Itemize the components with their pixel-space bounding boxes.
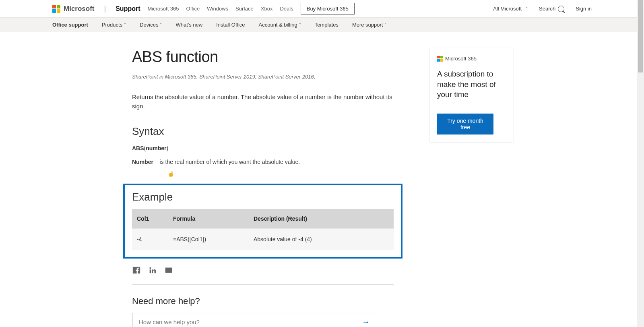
try-one-month-free-button[interactable]: Try one month free [437, 114, 493, 135]
buy-microsoft-365-button[interactable]: Buy Microsoft 365 [301, 3, 355, 14]
nav-surface[interactable]: Surface [235, 6, 254, 12]
th-description: Description (Result) [249, 209, 394, 229]
microsoft-logo[interactable]: Microsoft [52, 5, 95, 13]
all-microsoft-menu[interactable]: All Microsoft ˅ [493, 6, 528, 12]
example-table: Col1 Formula Description (Result) -4 =AB… [132, 209, 394, 250]
help-search-input[interactable] [132, 319, 357, 325]
page-title: ABS function [132, 48, 394, 66]
td-description: Absolute value of -4 (4) [249, 229, 394, 250]
arg-label: Number [132, 159, 153, 165]
syntax-fn-name: ABS [132, 145, 144, 151]
help-search-submit[interactable]: → [357, 317, 375, 327]
applies-to: SharePoint in Microsoft 365, SharePoint … [132, 74, 394, 80]
nav-windows[interactable]: Windows [207, 6, 228, 12]
promo-brand-label: Microsoft 365 [445, 56, 477, 62]
th-col1: Col1 [132, 209, 168, 229]
page-body: ABS function SharePoint in Microsoft 365… [0, 32, 644, 327]
promo-brand: Microsoft 365 [437, 56, 506, 62]
nav-more-support[interactable]: More support˅ [352, 22, 387, 28]
help-search-box: → [132, 313, 375, 327]
nav-devices[interactable]: Devices˅ [140, 22, 162, 28]
support-link[interactable]: Support [116, 5, 140, 12]
syntax-arg-name: number [146, 145, 166, 151]
td-col1: -4 [132, 229, 168, 250]
header-left: Microsoft | Support Microsoft 365 Office… [52, 3, 355, 14]
article: ABS function SharePoint in Microsoft 365… [132, 48, 394, 327]
nav-account-billing[interactable]: Account & billing˅ [259, 22, 301, 28]
nav-m365[interactable]: Microsoft 365 [148, 6, 179, 12]
nav-products[interactable]: Products˅ [102, 22, 126, 28]
nav-whats-new[interactable]: What's new [175, 22, 202, 28]
example-highlight-box: Example Col1 Formula Description (Result… [123, 184, 402, 259]
chevron-down-icon: ˅ [160, 23, 162, 27]
syntax-signature: ABS(number) [132, 145, 394, 151]
email-icon[interactable] [164, 266, 173, 275]
microsoft-logo-text: Microsoft [64, 5, 95, 13]
secondary-nav: Office support Products˅ Devices˅ What's… [0, 18, 644, 32]
need-more-help-heading: Need more help? [132, 296, 394, 306]
microsoft-logo-icon [52, 5, 60, 13]
signin-link[interactable]: Sign in [576, 6, 592, 12]
table-row: -4 =ABS([Col1]) Absolute value of -4 (4) [132, 229, 394, 250]
chevron-down-icon: ˅ [299, 23, 301, 27]
page-scrollbar[interactable] [637, 0, 644, 327]
search-icon [558, 6, 564, 12]
intro-paragraph: Returns the absolute value of a number. … [132, 93, 394, 111]
promo-tagline: A subscription to make the most of your … [437, 69, 506, 114]
share-row [132, 264, 394, 284]
facebook-icon[interactable] [132, 266, 141, 275]
cursor-icon: ☝ [167, 171, 173, 178]
nav-templates[interactable]: Templates [315, 22, 339, 28]
separator [132, 284, 394, 285]
syntax-heading: Syntax [132, 125, 394, 138]
all-microsoft-label: All Microsoft [493, 6, 522, 12]
nav-office[interactable]: Office [186, 6, 200, 12]
example-heading: Example [132, 191, 394, 203]
global-header: Microsoft | Support Microsoft 365 Office… [0, 0, 644, 18]
search-label: Search [539, 6, 555, 12]
microsoft-365-promo-card: Microsoft 365 A subscription to make the… [430, 48, 513, 142]
chevron-down-icon: ˅ [124, 23, 126, 27]
nav-office-support[interactable]: Office support [52, 22, 88, 28]
chevron-down-icon: ˅ [384, 23, 386, 27]
arg-text: is the real number of which you want the… [159, 159, 300, 165]
table-header-row: Col1 Formula Description (Result) [132, 209, 394, 229]
nav-xbox[interactable]: Xbox [261, 6, 273, 12]
th-formula: Formula [168, 209, 249, 229]
header-divider: | [102, 4, 109, 13]
nav-install-office[interactable]: Install Office [216, 22, 245, 28]
header-right: All Microsoft ˅ Search Sign in [493, 6, 592, 12]
arrow-right-icon: → [362, 317, 370, 326]
nav-deals[interactable]: Deals [280, 6, 293, 12]
microsoft-logo-icon [437, 56, 443, 62]
linkedin-icon[interactable] [148, 266, 157, 275]
argument-description: Number is the real number of which you w… [132, 159, 394, 165]
search-button[interactable]: Search [539, 6, 564, 12]
td-formula: =ABS([Col1]) [168, 229, 249, 250]
chevron-down-icon: ˅ [526, 6, 528, 11]
